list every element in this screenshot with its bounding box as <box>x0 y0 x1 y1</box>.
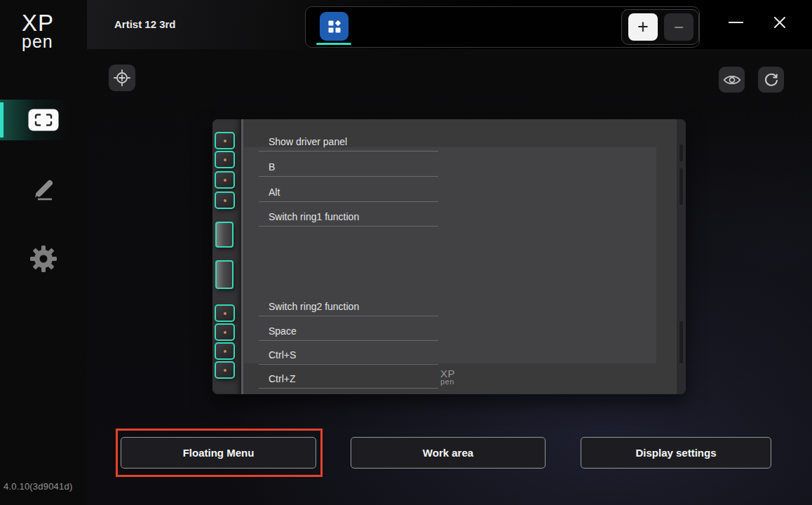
sidebar-item-settings[interactable] <box>0 236 87 282</box>
shortcut-row[interactable]: Ctrl+S <box>259 349 438 365</box>
shortcut-label: Ctrl+S <box>269 349 296 361</box>
roller-2[interactable] <box>215 260 234 289</box>
pen-icon <box>30 176 57 203</box>
main-content: Show driver panel B Alt Switch ring1 fun… <box>87 50 812 505</box>
key-led-dot <box>224 331 226 334</box>
tab-device-active[interactable] <box>320 12 349 41</box>
preview-shortcuts-button[interactable] <box>719 67 745 93</box>
key-led-dot <box>224 140 226 142</box>
key-led-dot <box>224 179 226 182</box>
active-accent-bar <box>0 102 4 137</box>
shortcut-row[interactable]: Switch ring2 function <box>259 301 438 316</box>
express-key-2[interactable] <box>215 151 235 168</box>
tab-actions-group: + − <box>621 9 699 45</box>
express-key-7[interactable] <box>215 342 235 360</box>
shortcut-label: Show driver panel <box>269 136 347 147</box>
shortcut-label: Space <box>269 325 297 337</box>
key-led-dot <box>224 312 226 315</box>
add-device-button[interactable]: + <box>628 13 658 41</box>
driver-version: 4.0.10(3d9041d) <box>4 481 72 492</box>
sidebar: XP pen <box>0 0 87 505</box>
sidebar-item-work-area[interactable] <box>0 100 87 140</box>
window-minimize-button[interactable] <box>726 13 745 32</box>
eye-icon <box>723 73 741 87</box>
key-led-dot <box>224 350 226 353</box>
refresh-button[interactable] <box>758 67 784 93</box>
key-led-dot <box>224 159 226 161</box>
window-close-button[interactable] <box>771 13 789 32</box>
close-icon <box>773 15 787 29</box>
tablet-illustration: Show driver panel B Alt Switch ring1 fun… <box>212 119 686 394</box>
remove-device-button[interactable]: − <box>664 13 693 41</box>
work-area-icon <box>28 109 59 131</box>
shortcut-row[interactable]: Ctrl+Z <box>259 373 438 389</box>
titlebar: Artist 12 3rd + − <box>87 0 812 50</box>
express-key-4[interactable] <box>215 191 235 209</box>
display-settings-button[interactable]: Display settings <box>581 437 771 469</box>
express-key-8[interactable] <box>215 361 235 379</box>
shortcut-label: Switch ring1 function <box>269 211 359 222</box>
device-xppen-logo: XP pen <box>440 368 455 386</box>
active-tab-underline <box>316 43 351 45</box>
refresh-icon <box>763 72 780 88</box>
shortcut-label: B <box>269 161 275 173</box>
xppen-logo-bottom: pen <box>22 33 54 50</box>
express-key-1[interactable] <box>215 132 235 149</box>
key-led-dot <box>224 369 226 372</box>
app-window: XP pen <box>0 0 812 505</box>
work-area-button[interactable]: Work area <box>351 437 546 469</box>
shortcut-label: Ctrl+Z <box>269 373 296 384</box>
shortcut-row[interactable]: Switch ring1 function <box>259 211 438 227</box>
express-key-5[interactable] <box>215 304 235 322</box>
xppen-logo: XP pen <box>22 11 54 50</box>
device-grid-icon <box>326 18 343 35</box>
device-tabbar: + − <box>305 6 700 48</box>
shortcut-row[interactable]: Show driver panel <box>259 136 438 152</box>
floating-menu-button[interactable]: Floating Menu <box>121 437 316 469</box>
device-title: Artist 12 3rd <box>114 18 176 30</box>
shortcut-row[interactable]: B <box>259 161 438 177</box>
locate-tablet-button[interactable] <box>109 65 135 91</box>
tablet-right-bezel <box>677 119 686 394</box>
minimize-icon <box>729 22 743 23</box>
express-key-3[interactable] <box>215 171 235 189</box>
shortcut-row[interactable]: Space <box>259 325 438 341</box>
shortcut-label: Alt <box>269 187 280 198</box>
shortcut-label: Switch ring2 function <box>269 301 359 312</box>
shortcut-row[interactable]: Alt <box>259 187 438 202</box>
gear-icon <box>29 244 58 274</box>
express-key-6[interactable] <box>215 323 235 341</box>
sidebar-item-pen-settings[interactable] <box>0 167 87 212</box>
crosshair-icon <box>113 69 131 87</box>
key-led-dot <box>224 199 226 202</box>
roller-1[interactable] <box>215 222 234 248</box>
